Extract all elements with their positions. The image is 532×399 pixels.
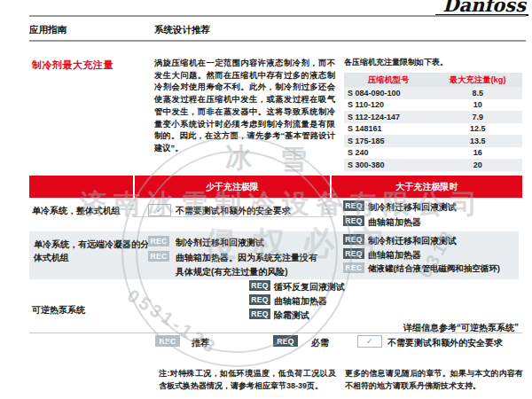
table-row: S 300-38020: [344, 159, 522, 171]
value-cell: 13.5: [434, 135, 523, 147]
row2-above-text-2: 曲轴箱加热器: [368, 249, 421, 262]
row2-below-text-2: 曲轴箱加热器。因为系统充注量没有: [176, 252, 317, 264]
req-badge: REQ: [343, 234, 364, 245]
model-cell: S 084-090-100: [344, 87, 434, 99]
row1-below-text: 不需要测试和额外的安全要求: [176, 205, 291, 217]
value-cell: 7.9: [434, 111, 523, 123]
content-layer: Danfoss 应用指南 系统设计推荐 制冷剂最大充注量 涡旋压缩机在一定范围内…: [0, 0, 532, 399]
table-header-row: 压缩机型号 最大充注量(kg): [344, 73, 522, 87]
legend-req-label: 必需: [311, 337, 329, 349]
value-cell: 16: [434, 147, 523, 160]
table-row: S 110-12010: [344, 99, 522, 112]
row1-divider: [133, 216, 333, 217]
band-above-limit: 大于充注极限时: [332, 176, 522, 198]
section-title: 制冷剂最大充注量: [32, 59, 113, 72]
band-below-limit: 少于充注极限: [135, 176, 330, 198]
model-cell: S 110-120: [344, 99, 434, 112]
req-badge: REQ: [343, 248, 364, 259]
rec-badge: REC: [148, 251, 169, 262]
row3-label: 可逆热泵系统: [32, 304, 85, 317]
check-icon: ✓: [357, 335, 382, 348]
footnote-right: 更多的信息请见随后的章节。如果与本文的内容有不相符的地方请联系丹佛斯技术支持。: [345, 368, 523, 392]
row3-text-3: 除霜测试: [274, 309, 309, 322]
footnote-left: 注:对特殊工况，如低环境温度，低负荷工况以及含板式换热器情况，请参考相应章节38…: [159, 368, 336, 392]
req-badge: REQ: [249, 294, 270, 305]
value-cell: 20: [434, 159, 523, 171]
header-rule: [29, 40, 526, 42]
top-rule: [29, 15, 526, 17]
row2-label: 单冷系统，有远端冷凝器的分体式机组: [34, 238, 154, 264]
table-row: S 175-18513.5: [344, 135, 522, 147]
model-cell: S 175-185: [344, 135, 434, 147]
req-badge: REQ: [273, 335, 298, 347]
rec-badge: REC: [155, 335, 180, 347]
row3-text-1: 循环反复回液测试: [274, 281, 345, 293]
value-cell: 8.5: [434, 87, 523, 99]
row2-below-text-1: 制冷剂迁移和回液测试: [176, 237, 264, 249]
table-row: S 14816112.5: [344, 123, 522, 136]
req-badge: REQ: [343, 215, 364, 226]
band-blank-segment: [29, 176, 133, 198]
row3-text-2: 曲轴箱加热器: [274, 295, 327, 308]
req-badge: REQ: [343, 200, 364, 211]
intro-paragraph: 涡旋压缩机在一定范围内容许液态制冷剂，而不发生大问题。然而在压缩机中存有过多的液…: [154, 58, 335, 155]
row2-above-text-3: 储液罐(结合液管电磁阀和抽空循环): [368, 263, 500, 275]
legend-check-label: 不需要测试和额外的安全要求: [387, 337, 503, 349]
matrix-header-band: 少于充注极限 大于充注极限时: [29, 176, 522, 198]
document-page: Danfoss 应用指南 系统设计推荐 制冷剂最大充注量 涡旋压缩机在一定范围内…: [0, 0, 532, 399]
value-cell: 10: [434, 99, 523, 112]
table-caption: 各压缩机充注量限制如下表。: [344, 57, 448, 68]
value-cell: 12.5: [434, 123, 523, 136]
col-header-model: 压缩机型号: [344, 73, 434, 87]
rec-badge: REC: [148, 236, 169, 246]
table-row: S 112-124-1477.9: [344, 111, 522, 123]
table-row: S 24016: [344, 147, 522, 160]
model-cell: S 240: [344, 147, 434, 160]
danfoss-logo: Danfoss: [435, 0, 528, 16]
col-header-max-charge: 最大充注量(kg): [434, 73, 523, 87]
row2-above-text-1: 制冷剂迁移和回液测试: [368, 235, 457, 247]
rec-badge: REC: [343, 262, 364, 273]
charge-limits-table: 压缩机型号 最大充注量(kg) S 084-090-1008.5 S 110-1…: [344, 73, 522, 171]
header-doc-type: 应用指南: [29, 24, 66, 36]
header-section-title: 系统设计推荐: [154, 24, 210, 36]
row2-below-text-3: 具体规定(有充注过量的风险): [176, 266, 288, 278]
row1-above-text-2: 曲轴箱加热器: [368, 216, 421, 229]
check-icon: ✓: [148, 204, 171, 216]
model-cell: S 148161: [344, 123, 434, 136]
row1-above-text-1: 制冷剂迁移和回液测试: [368, 201, 457, 214]
table-row: S 084-090-1008.5: [344, 87, 522, 99]
req-badge: REQ: [249, 309, 270, 319]
req-badge: REQ: [249, 280, 270, 291]
model-cell: S 300-380: [344, 159, 434, 171]
model-cell: S 112-124-147: [344, 111, 434, 123]
legend-rec-label: 推荐: [192, 337, 209, 349]
row1-label: 单冷系统，整体式机组: [32, 205, 121, 217]
legend-divider: [29, 332, 522, 333]
